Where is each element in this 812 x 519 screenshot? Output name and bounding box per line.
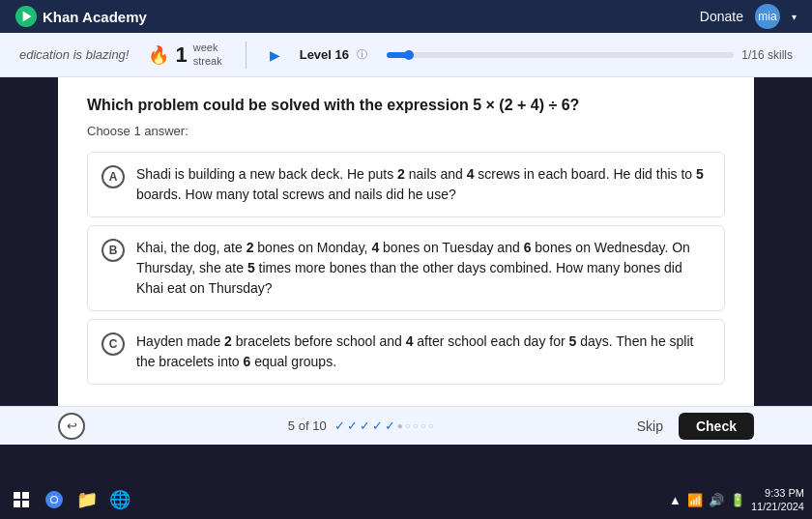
- check-dot-3: ✓: [360, 418, 370, 433]
- clock-time: 9:33 PM: [765, 486, 804, 500]
- chevron-down-icon[interactable]: ▾: [792, 12, 797, 22]
- svg-rect-5: [22, 501, 29, 507]
- answer-option-c[interactable]: C Hayden made 2 bracelets before school …: [87, 319, 725, 385]
- main-content: Which problem could be solved with the e…: [58, 77, 754, 406]
- streak-section: 🔥 1 week streak: [148, 42, 221, 67]
- skip-button[interactable]: Skip: [637, 418, 663, 434]
- option-text-c: Hayden made 2 bracelets before school an…: [136, 332, 710, 372]
- network-icon: 📶: [687, 493, 703, 507]
- check-dot-2: ✓: [347, 418, 358, 433]
- app-title: Khan Academy: [43, 9, 147, 25]
- taskbar: 📁 🌐 ▲ 📶 🔊 🔋 9:33 PM 11/21/2024: [0, 480, 812, 519]
- bottom-right-actions: Skip Check: [637, 413, 754, 440]
- volume-icon: 🔊: [709, 493, 724, 507]
- check-dot-1: ✓: [334, 418, 345, 433]
- battery-icon: 🔋: [730, 493, 745, 507]
- empty-dot-1: ●: [397, 420, 403, 431]
- skills-text: 1/16 skills: [741, 48, 793, 62]
- progress-dots: 5 of 10 ✓ ✓ ✓ ✓ ✓ ● ○ ○ ○ ○: [288, 418, 434, 433]
- option-text-b: Khai, the dog, ate 2 bones on Monday, 4 …: [136, 238, 710, 299]
- clock-date: 11/21/2024: [751, 500, 804, 513]
- option-circle-c: C: [102, 332, 125, 356]
- empty-dot-4: ○: [420, 420, 426, 431]
- level-text: Level 16: [300, 47, 349, 62]
- option-circle-a: A: [102, 165, 125, 188]
- empty-dot-3: ○: [413, 420, 419, 431]
- svg-rect-2: [14, 492, 20, 499]
- choose-label: Choose 1 answer:: [87, 124, 725, 138]
- info-icon[interactable]: ⓘ: [357, 47, 367, 62]
- empty-dot-5: ○: [428, 420, 434, 431]
- ka-logo-icon: [15, 6, 37, 27]
- progress-container: 1/16 skills: [387, 48, 793, 62]
- navbar-right: Donate mia ▾: [700, 4, 797, 29]
- streak-label: week streak: [193, 42, 222, 67]
- play-icon: ▶: [270, 47, 280, 63]
- progress-dot: [404, 50, 414, 60]
- level-section: Level 16 ⓘ: [300, 47, 367, 62]
- chrome-icon[interactable]: [41, 486, 68, 513]
- brand-area: Khan Academy: [15, 6, 147, 27]
- streak-count: 1: [175, 43, 187, 68]
- fire-icon: 🔥: [148, 44, 169, 66]
- streak-bar: edication is blazing! 🔥 1 week streak ▶ …: [0, 33, 812, 77]
- check-button[interactable]: Check: [679, 413, 754, 440]
- wifi-icon: ▲: [669, 493, 682, 507]
- answer-option-b[interactable]: B Khai, the dog, ate 2 bones on Monday, …: [87, 225, 725, 311]
- option-text-a: Shadi is building a new back deck. He pu…: [136, 164, 710, 205]
- edge-icon[interactable]: 🌐: [106, 486, 133, 513]
- back-button[interactable]: ↩: [58, 413, 85, 440]
- svg-point-8: [51, 497, 57, 503]
- system-clock: 9:33 PM 11/21/2024: [751, 486, 804, 514]
- dedication-text: edication is blazing!: [19, 47, 129, 62]
- divider: [246, 42, 246, 69]
- donate-button[interactable]: Donate: [700, 9, 743, 24]
- answer-choices: A Shadi is building a new back deck. He …: [87, 152, 725, 392]
- progress-bar: [387, 52, 734, 58]
- bottom-bar: ↩ 5 of 10 ✓ ✓ ✓ ✓ ✓ ● ○ ○ ○ ○ Skip Check: [0, 406, 812, 445]
- answer-option-a[interactable]: A Shadi is building a new back deck. He …: [87, 152, 725, 217]
- back-icon: ↩: [67, 418, 77, 433]
- check-dot-5: ✓: [385, 418, 395, 433]
- user-avatar[interactable]: mia: [755, 4, 780, 29]
- navbar: Khan Academy Donate mia ▾: [0, 0, 812, 33]
- progress-of-label: 5 of 10: [288, 418, 327, 433]
- question-text: Which problem could be solved with the e…: [87, 95, 725, 116]
- option-circle-b: B: [102, 239, 125, 262]
- system-tray: ▲ 📶 🔊 🔋 9:33 PM 11/21/2024: [669, 486, 804, 514]
- check-dot-4: ✓: [372, 418, 383, 433]
- svg-rect-3: [22, 492, 29, 499]
- windows-start-icon[interactable]: [8, 486, 35, 513]
- empty-dot-2: ○: [405, 420, 411, 431]
- folder-icon[interactable]: 📁: [73, 486, 101, 513]
- svg-rect-4: [14, 501, 20, 507]
